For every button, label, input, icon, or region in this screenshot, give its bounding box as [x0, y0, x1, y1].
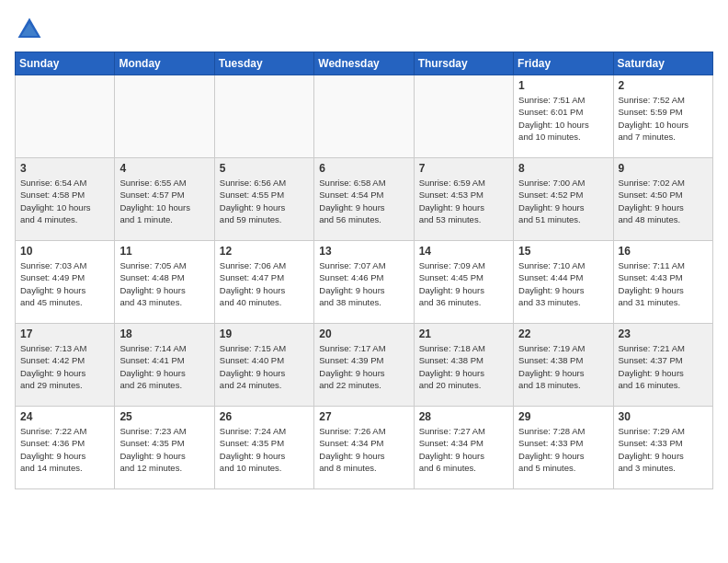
weekday-header: Tuesday — [214, 52, 313, 75]
day-number: 8 — [518, 162, 608, 175]
day-number: 9 — [619, 162, 708, 175]
day-number: 18 — [119, 327, 209, 340]
day-info: Sunrise: 7:02 AM Sunset: 4:50 PM Dayligh… — [619, 177, 708, 225]
day-number: 13 — [319, 245, 408, 258]
calendar-day-cell: 8Sunrise: 7:00 AM Sunset: 4:52 PM Daylig… — [514, 158, 613, 241]
day-info: Sunrise: 7:05 AM Sunset: 4:48 PM Dayligh… — [119, 259, 209, 308]
day-info: Sunrise: 7:17 AM Sunset: 4:39 PM Dayligh… — [319, 342, 408, 391]
day-number: 3 — [20, 162, 109, 175]
day-info: Sunrise: 7:10 AM Sunset: 4:44 PM Dayligh… — [518, 259, 608, 308]
day-number: 21 — [419, 327, 508, 340]
calendar-day-cell: 15Sunrise: 7:10 AM Sunset: 4:44 PM Dayli… — [514, 241, 613, 324]
day-info: Sunrise: 6:54 AM Sunset: 4:58 PM Dayligh… — [20, 177, 109, 225]
day-number: 14 — [419, 245, 508, 258]
calendar-day-cell: 25Sunrise: 7:23 AM Sunset: 4:35 PM Dayli… — [115, 407, 214, 489]
weekday-header: Saturday — [613, 52, 712, 75]
calendar-day-cell: 1Sunrise: 7:51 AM Sunset: 6:01 PM Daylig… — [514, 75, 613, 158]
day-info: Sunrise: 6:56 AM Sunset: 4:55 PM Dayligh… — [220, 177, 309, 225]
day-info: Sunrise: 7:29 AM Sunset: 4:33 PM Dayligh… — [619, 425, 708, 474]
calendar-day-cell — [115, 75, 214, 158]
day-info: Sunrise: 7:18 AM Sunset: 4:38 PM Dayligh… — [419, 342, 508, 391]
day-info: Sunrise: 7:27 AM Sunset: 4:34 PM Dayligh… — [419, 425, 508, 474]
calendar-day-cell: 14Sunrise: 7:09 AM Sunset: 4:45 PM Dayli… — [414, 241, 513, 324]
day-number: 27 — [319, 410, 408, 423]
day-number: 6 — [319, 162, 408, 175]
day-info: Sunrise: 7:22 AM Sunset: 4:36 PM Dayligh… — [20, 425, 109, 474]
calendar-table: SundayMondayTuesdayWednesdayThursdayFrid… — [15, 52, 713, 489]
calendar-day-cell: 17Sunrise: 7:13 AM Sunset: 4:42 PM Dayli… — [16, 324, 115, 407]
day-info: Sunrise: 7:15 AM Sunset: 4:40 PM Dayligh… — [220, 342, 309, 391]
day-info: Sunrise: 7:09 AM Sunset: 4:45 PM Dayligh… — [419, 259, 508, 308]
day-info: Sunrise: 7:21 AM Sunset: 4:37 PM Dayligh… — [619, 342, 708, 391]
calendar-day-cell: 26Sunrise: 7:24 AM Sunset: 4:35 PM Dayli… — [214, 407, 313, 489]
calendar-day-cell: 24Sunrise: 7:22 AM Sunset: 4:36 PM Dayli… — [16, 407, 115, 489]
calendar-day-cell — [214, 75, 313, 158]
logo — [15, 15, 48, 44]
calendar-day-cell: 3Sunrise: 6:54 AM Sunset: 4:58 PM Daylig… — [16, 158, 115, 241]
calendar-day-cell — [314, 75, 414, 158]
day-info: Sunrise: 7:14 AM Sunset: 4:41 PM Dayligh… — [119, 342, 209, 391]
day-number: 17 — [20, 327, 109, 340]
day-info: Sunrise: 7:52 AM Sunset: 5:59 PM Dayligh… — [619, 94, 708, 143]
logo-icon — [15, 15, 44, 44]
calendar-day-cell: 18Sunrise: 7:14 AM Sunset: 4:41 PM Dayli… — [115, 324, 214, 407]
weekday-header: Monday — [115, 52, 214, 75]
calendar-week-row: 24Sunrise: 7:22 AM Sunset: 4:36 PM Dayli… — [16, 407, 713, 489]
day-info: Sunrise: 7:11 AM Sunset: 4:43 PM Dayligh… — [619, 259, 708, 308]
calendar-day-cell: 9Sunrise: 7:02 AM Sunset: 4:50 PM Daylig… — [613, 158, 712, 241]
day-number: 2 — [619, 79, 708, 92]
day-number: 26 — [220, 410, 309, 423]
calendar-day-cell: 7Sunrise: 6:59 AM Sunset: 4:53 PM Daylig… — [414, 158, 513, 241]
day-info: Sunrise: 7:06 AM Sunset: 4:47 PM Dayligh… — [220, 259, 309, 308]
calendar-day-cell: 21Sunrise: 7:18 AM Sunset: 4:38 PM Dayli… — [414, 324, 513, 407]
day-number: 29 — [518, 410, 608, 423]
day-number: 19 — [220, 327, 309, 340]
day-info: Sunrise: 7:51 AM Sunset: 6:01 PM Dayligh… — [518, 94, 608, 143]
calendar-day-cell: 22Sunrise: 7:19 AM Sunset: 4:38 PM Dayli… — [514, 324, 613, 407]
day-number: 16 — [619, 245, 708, 258]
calendar-day-cell: 27Sunrise: 7:26 AM Sunset: 4:34 PM Dayli… — [314, 407, 414, 489]
page-wrapper: SundayMondayTuesdayWednesdayThursdayFrid… — [15, 15, 713, 489]
weekday-header: Sunday — [16, 52, 115, 75]
calendar-day-cell: 29Sunrise: 7:28 AM Sunset: 4:33 PM Dayli… — [514, 407, 613, 489]
calendar-day-cell: 12Sunrise: 7:06 AM Sunset: 4:47 PM Dayli… — [214, 241, 313, 324]
day-number: 5 — [220, 162, 309, 175]
day-number: 1 — [518, 79, 608, 92]
day-info: Sunrise: 7:28 AM Sunset: 4:33 PM Dayligh… — [518, 425, 608, 474]
day-info: Sunrise: 7:23 AM Sunset: 4:35 PM Dayligh… — [119, 425, 209, 474]
day-number: 22 — [518, 327, 608, 340]
calendar-day-cell: 2Sunrise: 7:52 AM Sunset: 5:59 PM Daylig… — [613, 75, 712, 158]
calendar-week-row: 1Sunrise: 7:51 AM Sunset: 6:01 PM Daylig… — [16, 75, 713, 158]
day-number: 28 — [419, 410, 508, 423]
calendar-day-cell: 23Sunrise: 7:21 AM Sunset: 4:37 PM Dayli… — [613, 324, 712, 407]
day-info: Sunrise: 7:03 AM Sunset: 4:49 PM Dayligh… — [20, 259, 109, 308]
day-number: 4 — [119, 162, 209, 175]
calendar-week-row: 17Sunrise: 7:13 AM Sunset: 4:42 PM Dayli… — [16, 324, 713, 407]
calendar-header-row: SundayMondayTuesdayWednesdayThursdayFrid… — [16, 52, 713, 75]
calendar-day-cell: 13Sunrise: 7:07 AM Sunset: 4:46 PM Dayli… — [314, 241, 414, 324]
page-header — [15, 15, 713, 44]
day-info: Sunrise: 7:19 AM Sunset: 4:38 PM Dayligh… — [518, 342, 608, 391]
day-number: 20 — [319, 327, 408, 340]
calendar-day-cell — [16, 75, 115, 158]
weekday-header: Thursday — [414, 52, 513, 75]
day-number: 12 — [220, 245, 309, 258]
calendar-day-cell: 28Sunrise: 7:27 AM Sunset: 4:34 PM Dayli… — [414, 407, 513, 489]
day-number: 24 — [20, 410, 109, 423]
day-number: 10 — [20, 245, 109, 258]
day-info: Sunrise: 6:59 AM Sunset: 4:53 PM Dayligh… — [419, 177, 508, 225]
day-info: Sunrise: 7:07 AM Sunset: 4:46 PM Dayligh… — [319, 259, 408, 308]
calendar-day-cell: 11Sunrise: 7:05 AM Sunset: 4:48 PM Dayli… — [115, 241, 214, 324]
day-info: Sunrise: 7:26 AM Sunset: 4:34 PM Dayligh… — [319, 425, 408, 474]
calendar-day-cell: 6Sunrise: 6:58 AM Sunset: 4:54 PM Daylig… — [314, 158, 414, 241]
weekday-header: Wednesday — [314, 52, 414, 75]
day-number: 30 — [619, 410, 708, 423]
day-info: Sunrise: 6:58 AM Sunset: 4:54 PM Dayligh… — [319, 177, 408, 225]
calendar-day-cell — [414, 75, 513, 158]
calendar-week-row: 10Sunrise: 7:03 AM Sunset: 4:49 PM Dayli… — [16, 241, 713, 324]
calendar-day-cell: 16Sunrise: 7:11 AM Sunset: 4:43 PM Dayli… — [613, 241, 712, 324]
day-info: Sunrise: 7:13 AM Sunset: 4:42 PM Dayligh… — [20, 342, 109, 391]
calendar-day-cell: 20Sunrise: 7:17 AM Sunset: 4:39 PM Dayli… — [314, 324, 414, 407]
day-number: 11 — [119, 245, 209, 258]
day-info: Sunrise: 7:24 AM Sunset: 4:35 PM Dayligh… — [220, 425, 309, 474]
